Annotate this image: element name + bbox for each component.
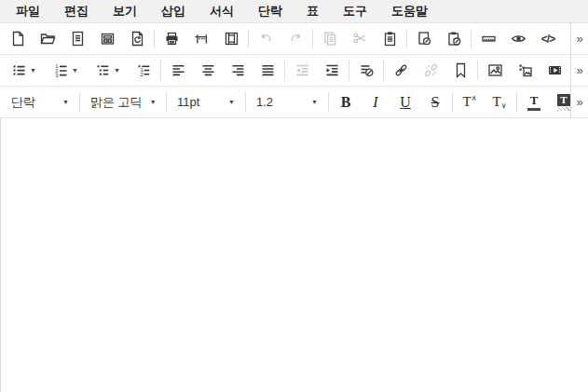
redo-button[interactable] [280,25,310,53]
background-color-button[interactable]: T [549,88,570,116]
document-restore-button[interactable] [122,25,152,53]
toolbar-row3-more-button[interactable]: » [570,87,588,117]
toolbar-separator [406,29,407,48]
eye-icon [511,31,526,47]
menu-insert[interactable]: 삽입 [149,0,198,22]
template-button[interactable] [92,25,122,53]
image-gallery-button[interactable] [510,57,540,85]
toolbar-row1-more-button[interactable]: » [570,23,588,54]
subscript-button[interactable]: T∨ [485,88,514,116]
menu-table[interactable]: 표 [294,0,331,22]
toolbar-row-file: </> » [0,23,588,55]
font-size-value: 11pt [177,95,199,109]
print-button[interactable] [157,25,186,53]
clear-formatting-button[interactable] [351,57,381,85]
chevron-down-icon: ▼ [114,67,120,74]
font-size-dropdown[interactable]: 11pt ▼ [169,87,243,117]
chevron-down-icon: ▼ [228,99,235,105]
subscript-icon: T∨ [492,94,506,110]
cut-button[interactable] [345,25,375,53]
toolbar-separator [312,29,313,48]
document-button[interactable] [62,25,92,53]
paste-option-1-button[interactable] [409,25,439,53]
bullet-list-button[interactable]: ▼ [3,57,45,85]
toolbar-separator [477,61,478,80]
page-setup-button[interactable] [186,25,216,53]
underline-button[interactable]: U [390,88,420,116]
menu-paragraph[interactable]: 단락 [246,0,294,22]
insert-image-button[interactable] [480,57,510,85]
italic-icon: I [373,94,377,111]
document-restore-icon [130,31,145,47]
toolbar-separator [166,92,167,112]
toolbar-row2-more-button[interactable]: » [570,55,588,86]
print-icon [164,31,180,47]
chevron-double-right-icon: » [576,95,582,109]
paste-icon [382,31,398,47]
font-family-value: 맑은 고딕 [90,94,143,111]
bold-button[interactable]: B [331,88,361,116]
svg-text:2: 2 [140,72,144,77]
toolbar-separator [452,92,453,112]
font-family-dropdown[interactable]: 맑은 고딕 ▼ [82,87,164,117]
rich-text-editor: 파일 편집 보기 삽입 서식 단락 표 도구 도움말 [0,0,588,392]
redo-icon [288,31,304,47]
undo-button[interactable] [251,25,280,53]
chevron-down-icon: ▼ [311,99,318,105]
strikethrough-button[interactable]: S [420,88,450,116]
numbered-list-icon: 1 2 3 [53,62,69,78]
align-right-icon [230,62,246,78]
copy-button[interactable] [315,25,345,53]
paragraph-style-value: 단락 [11,94,35,111]
menu-tools[interactable]: 도구 [331,0,379,22]
align-right-button[interactable] [223,57,253,85]
toolbar-separator [383,61,384,80]
page-frame-button[interactable] [216,25,246,53]
align-center-button[interactable] [193,57,223,85]
source-code-icon: </> [541,33,554,46]
align-left-button[interactable] [163,57,193,85]
superscript-icon: T∧ [462,94,476,110]
justify-button[interactable] [253,57,282,85]
italic-button[interactable]: I [361,88,390,116]
align-center-icon [200,62,216,78]
menu-view[interactable]: 보기 [101,0,149,22]
toolbar-separator [516,92,517,112]
toolbar-row-paragraph: ▼ 1 2 3 ▼ ▼ [0,55,588,87]
editor-content-area[interactable] [0,118,588,392]
insert-video-button[interactable] [540,57,569,85]
bookmark-icon [453,62,469,78]
menu-help[interactable]: 도움말 [379,0,440,22]
preview-button[interactable] [503,25,533,53]
chevron-down-icon: ▼ [30,67,36,74]
unlink-button[interactable] [416,57,445,85]
numbered-list-button[interactable]: 1 2 3 ▼ [45,57,87,85]
menu-edit[interactable]: 편집 [52,0,101,22]
ruler-button[interactable] [473,25,503,53]
paste-button[interactable] [375,25,404,53]
superscript-button[interactable]: T∧ [455,88,485,116]
insert-link-button[interactable] [386,57,416,85]
line-height-dropdown[interactable]: 1.2 ▼ [248,87,326,117]
menu-file[interactable]: 파일 [4,0,52,22]
source-code-button[interactable]: </> [533,25,563,53]
chevron-down-icon: ▼ [62,99,69,105]
text-color-button[interactable]: T [519,88,549,116]
cut-icon [352,31,368,47]
bookmark-button[interactable] [445,57,475,85]
outdent-button[interactable] [287,57,317,85]
menu-format[interactable]: 서식 [198,0,246,22]
paragraph-style-dropdown[interactable]: 단락 ▼ [3,87,77,117]
new-document-button[interactable] [3,25,33,53]
paste-option-2-button[interactable] [439,25,469,53]
chevron-down-icon: ▼ [72,67,78,74]
strikethrough-icon: S [431,94,440,111]
multilevel-numbered-list-icon: 1 2 [136,62,152,78]
indent-button[interactable] [317,57,347,85]
multilevel-list-button[interactable]: ▼ [87,57,129,85]
line-height-value: 1.2 [256,95,273,109]
toolbar-row2-buttons: ▼ 1 2 3 ▼ ▼ [0,55,570,86]
ruler-icon [481,31,497,47]
multilevel-numbered-list-button[interactable]: 1 2 [129,57,158,85]
open-file-button[interactable] [33,25,62,53]
